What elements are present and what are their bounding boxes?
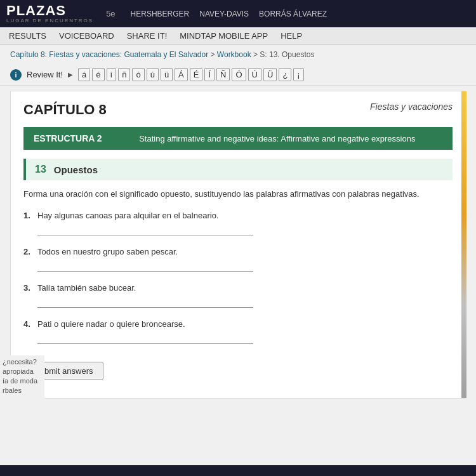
breadcrumb-chapter[interactable]: Capítulo 8: Fiestas y vacaciones: Guatem… xyxy=(10,50,208,59)
author-link-3[interactable]: BORRÁS ÁLVAREZ xyxy=(259,10,327,18)
breadcrumb-section: > S: 13. Opuestos xyxy=(253,50,314,59)
answer-input-3[interactable] xyxy=(37,295,253,308)
play-button[interactable]: ▶ xyxy=(68,71,73,78)
breadcrumb: Capítulo 8: Fiestas y vacaciones: Guatem… xyxy=(0,45,476,64)
item-number-4: 4. xyxy=(23,319,34,329)
main-content: Capítulo 8: Fiestas y vacaciones: Guatem… xyxy=(0,45,476,465)
left-sidebar: ¿necesita? apropiada ía de moda rbales xyxy=(0,355,44,399)
top-navigation: PLAZAS LUGAR DE ENCUENTROS 5e HERSHBERGE… xyxy=(0,0,476,27)
item-number-3: 3. xyxy=(23,283,34,293)
exercise-item-2: 2. Todos en nuestro grupo saben pescar. xyxy=(23,247,453,272)
item-text-2: Todos en nuestro grupo saben pescar. xyxy=(37,247,178,256)
chapter-header: CAPÍTULO 8 Fiestas y vacaciones xyxy=(23,102,453,118)
estructura-label: ESTRUCTURA 2 xyxy=(34,133,102,143)
exercise-item-4: 4. Pati o quiere nadar o quiere broncear… xyxy=(23,319,453,344)
char-i-acute[interactable]: í xyxy=(107,68,117,81)
sidebar-hint-4: rbales xyxy=(3,387,42,394)
review-label: Review It! xyxy=(27,70,63,79)
char-inverted-question[interactable]: ¿ xyxy=(279,68,291,81)
answer-input-2[interactable] xyxy=(37,259,253,272)
author-links: HERSHBERGER NAVEY-DAVIS BORRÁS ÁLVAREZ xyxy=(131,10,327,18)
right-accent-decoration xyxy=(461,91,466,398)
breadcrumb-sep1: > xyxy=(211,50,217,59)
item-number-1: 1. xyxy=(23,211,34,220)
char-O-acute[interactable]: Ó xyxy=(232,68,246,81)
edition-label: 5e xyxy=(106,9,115,18)
breadcrumb-workbook[interactable]: Workbook xyxy=(217,50,251,59)
char-e-acute[interactable]: é xyxy=(92,68,104,81)
review-bar: i Review It! ▶ á é í ñ ó ú ü Á É Í Ñ Ó Ú… xyxy=(0,64,476,86)
author-link-1[interactable]: HERSHBERGER xyxy=(131,10,190,18)
sidebar-hint-3: ía de moda xyxy=(3,377,42,385)
char-n-tilde[interactable]: ñ xyxy=(118,68,130,81)
author-link-2[interactable]: NAVEY-DAVIS xyxy=(199,10,249,18)
answer-input-1[interactable] xyxy=(37,223,253,235)
char-I-acute[interactable]: Í xyxy=(204,68,215,81)
nav-results[interactable]: RESULTS xyxy=(9,31,46,41)
submit-section: Submit answers xyxy=(23,357,453,385)
char-u-diaeresis[interactable]: ü xyxy=(161,68,173,81)
logo-subtitle: LUGAR DE ENCUENTROS xyxy=(6,18,93,23)
nav-share-it[interactable]: SHARE IT! xyxy=(127,31,168,41)
char-U-diaeresis[interactable]: Ü xyxy=(263,68,277,81)
char-o-acute[interactable]: ó xyxy=(132,68,144,81)
chapter-subtitle: Fiestas y vacaciones xyxy=(370,102,453,112)
estructura-banner: ESTRUCTURA 2 Stating affirmative and neg… xyxy=(23,127,453,150)
exercise-name: Opuestos xyxy=(54,164,98,175)
nav-voiceboard[interactable]: VOICEBOARD xyxy=(59,31,114,41)
char-u-acute[interactable]: ú xyxy=(147,68,159,81)
sidebar-hint-1: ¿necesita? xyxy=(3,358,42,366)
char-U-acute[interactable]: Ú xyxy=(248,68,261,81)
item-text-1: Hay algunas canoas para alquilar en el b… xyxy=(37,211,218,220)
special-chars-toolbar: á é í ñ ó ú ü Á É Í Ñ Ó Ú Ü ¿ ¡ xyxy=(78,68,304,81)
exercise-instructions: Forma una oración con el significado opu… xyxy=(23,188,453,201)
answer-input-4[interactable] xyxy=(37,331,253,344)
exercise-banner: 13 Opuestos xyxy=(23,159,453,180)
item-text-4: Pati o quiere nadar o quiere broncearse. xyxy=(37,319,185,329)
estructura-description: Stating affirmative and negative ideas: … xyxy=(112,134,442,143)
second-navigation: RESULTS VOICEBOARD SHARE IT! MINDTAP MOB… xyxy=(0,27,476,45)
char-E-acute[interactable]: É xyxy=(190,68,203,81)
char-A-acute[interactable]: Á xyxy=(175,68,188,81)
info-icon: i xyxy=(10,69,22,81)
exercise-number: 13 xyxy=(35,164,46,175)
nav-help[interactable]: HELP xyxy=(281,31,302,41)
char-N-tilde[interactable]: Ñ xyxy=(216,68,230,81)
nav-mindtap[interactable]: MINDTAP MOBILE APP xyxy=(180,31,268,41)
char-inverted-exclaim[interactable]: ¡ xyxy=(293,68,303,81)
chapter-title: CAPÍTULO 8 xyxy=(23,102,107,118)
char-a-acute[interactable]: á xyxy=(78,68,90,81)
content-box: CAPÍTULO 8 Fiestas y vacaciones ESTRUCTU… xyxy=(10,91,466,399)
sidebar-hint-2: apropiada xyxy=(3,367,42,375)
exercise-item-3: 3. Talía también sabe bucear. xyxy=(23,283,453,308)
site-logo: PLAZAS xyxy=(6,4,93,18)
item-number-2: 2. xyxy=(23,247,34,256)
exercise-item-1: 1. Hay algunas canoas para alquilar en e… xyxy=(23,211,453,235)
item-text-3: Talía también sabe bucear. xyxy=(37,283,136,293)
